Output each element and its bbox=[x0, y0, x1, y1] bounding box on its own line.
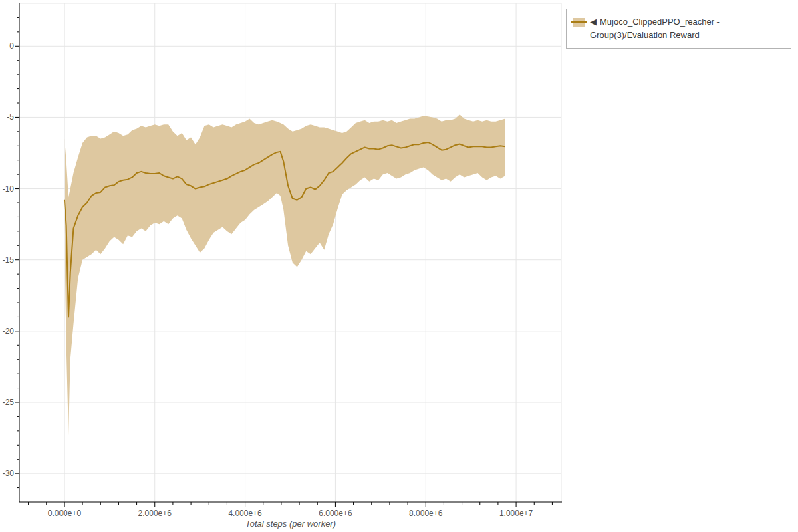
chart-area: 0.000e+02.000e+64.000e+66.000e+68.000e+6… bbox=[0, 0, 798, 532]
y-tick-label: -25 bbox=[3, 398, 15, 407]
x-tick-label: 8.000e+6 bbox=[409, 509, 443, 518]
plot-svg[interactable]: 0.000e+02.000e+64.000e+66.000e+68.000e+6… bbox=[0, 0, 798, 532]
y-tick-label: -15 bbox=[3, 255, 15, 265]
x-tick-label: 2.000e+6 bbox=[138, 509, 172, 518]
x-axis-title: Total steps (per worker) bbox=[19, 519, 562, 529]
y-tick-label: 0 bbox=[9, 41, 14, 51]
series-band bbox=[65, 114, 505, 435]
x-tick-label: 1.000e+7 bbox=[499, 509, 533, 518]
y-tick-label: -5 bbox=[7, 112, 14, 122]
legend-label-text: Mujoco_ClippedPPO_reacher - Group(3)/Eva… bbox=[590, 17, 720, 40]
legend-marker-icon: ◀ bbox=[590, 17, 597, 27]
legend-swatch bbox=[573, 18, 585, 27]
legend-line-swatch bbox=[571, 21, 587, 23]
y-tick-label: -20 bbox=[3, 327, 15, 336]
legend-label: ◀Mujoco_ClippedPPO_reacher - Group(3)/Ev… bbox=[590, 15, 785, 42]
x-tick-label: 0.000e+0 bbox=[48, 509, 82, 518]
x-tick-label: 6.000e+6 bbox=[319, 509, 352, 518]
x-tick-label: 4.000e+6 bbox=[228, 509, 262, 518]
y-tick-label: -10 bbox=[3, 184, 15, 194]
legend[interactable]: ◀Mujoco_ClippedPPO_reacher - Group(3)/Ev… bbox=[566, 9, 791, 49]
y-tick-label: -30 bbox=[3, 469, 15, 478]
